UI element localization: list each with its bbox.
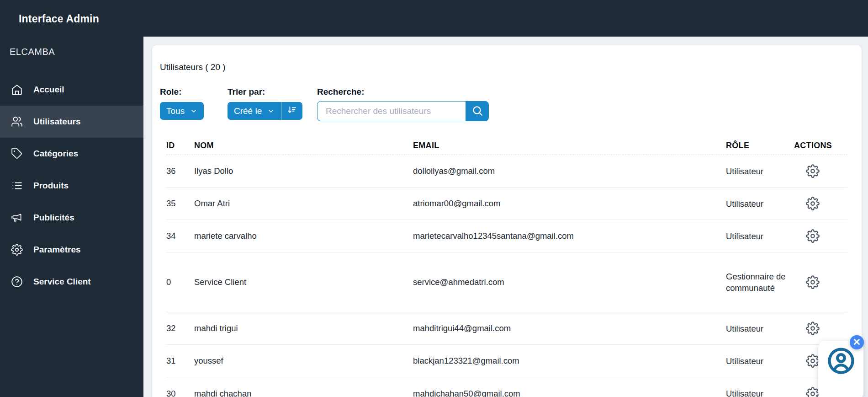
column-header-actions: ACTIONS — [794, 141, 847, 150]
cell-id: 0 — [166, 277, 194, 287]
column-header-email: EMAIL — [413, 141, 726, 150]
cell-email: service@ahmedatri.com — [413, 277, 726, 287]
sidebar-item-label: Accueil — [33, 85, 64, 95]
brand-name: ELCAMBA — [0, 25, 143, 57]
role-dropdown-value: Tous — [166, 106, 185, 116]
tag-icon — [11, 148, 23, 160]
search-label: Recherche: — [317, 87, 489, 97]
table-row: 30 mahdi chachan mahdichahan50@gmail.com… — [166, 377, 847, 397]
cell-role: Utilisateur — [726, 231, 794, 242]
search-input[interactable] — [317, 101, 466, 121]
cell-role: Gestionnaire de communauté — [726, 271, 794, 294]
cell-id: 30 — [166, 389, 194, 397]
cell-id: 34 — [166, 231, 194, 241]
cell-role: Utilisateur — [726, 198, 794, 209]
users-card: Utilisateurs ( 20 ) Role: Tous Trier par… — [152, 45, 862, 397]
help-icon — [11, 276, 23, 288]
cell-email: marietecarvalho12345santana@gmail.com — [413, 231, 726, 241]
main-content: Utilisateurs ( 20 ) Role: Tous Trier par… — [143, 37, 868, 397]
gear-icon — [806, 322, 820, 335]
cell-name: Service Client — [194, 277, 413, 287]
sidebar-item-produits[interactable]: Produits — [0, 170, 143, 202]
sidebar-item-label: Publicités — [33, 213, 74, 223]
gear-icon — [806, 164, 820, 178]
search-icon — [471, 105, 483, 118]
row-actions-button[interactable] — [806, 164, 820, 178]
cell-name: youssef — [194, 356, 413, 366]
sort-dropdown-value: Créé le — [234, 106, 262, 116]
table-header-row: ID NOM EMAIL RÔLE ACTIONS — [166, 137, 847, 155]
table-row: 32 mahdi trigui mahditrigui44@gmail.com … — [166, 312, 847, 345]
filters-bar: Role: Tous Trier par: Créé le — [160, 87, 854, 121]
app-title: Interface Admin — [0, 0, 143, 25]
sidebar-nav: Accueil Utilisateurs Catégories Produits… — [0, 74, 143, 298]
sidebar-item-label: Paramètres — [33, 245, 81, 255]
cell-name: mahdi chachan — [194, 389, 413, 397]
cell-id: 36 — [166, 166, 194, 176]
cell-id: 31 — [166, 356, 194, 366]
row-actions-button[interactable] — [806, 229, 820, 243]
table-row: 0 Service Client service@ahmedatri.com G… — [166, 252, 847, 312]
sidebar-item-categories[interactable]: Catégories — [0, 138, 143, 170]
sidebar-item-utilisateurs[interactable]: Utilisateurs — [0, 106, 143, 138]
page-title: Utilisateurs ( 20 ) — [160, 62, 854, 72]
role-dropdown[interactable]: Tous — [160, 102, 204, 120]
chevron-down-icon — [267, 107, 275, 115]
gear-icon — [806, 229, 820, 243]
sidebar-item-label: Utilisateurs — [33, 117, 80, 127]
gear-icon — [806, 387, 820, 397]
cell-name: mariete carvalho — [194, 231, 413, 241]
gear-icon — [806, 354, 820, 368]
cell-name: Omar Atri — [194, 198, 413, 209]
gear-icon — [806, 275, 820, 289]
chat-close-button[interactable] — [850, 335, 864, 349]
cell-email: mahdichahan50@gmail.com — [413, 389, 726, 397]
table-row: 34 mariete carvalho marietecarvalho12345… — [166, 220, 847, 252]
cell-email: blackjan123321@gmail.com — [413, 356, 726, 366]
cell-email: dolloilyas@gmail.com — [413, 166, 726, 176]
list-icon — [11, 180, 23, 192]
column-header-nom: NOM — [194, 141, 413, 150]
column-header-id: ID — [166, 141, 194, 150]
sidebar-item-label: Catégories — [33, 149, 78, 159]
cell-id: 35 — [166, 198, 194, 209]
cell-name: mahdi trigui — [194, 323, 413, 333]
sidebar-item-label: Produits — [33, 181, 69, 191]
gear-icon — [11, 244, 23, 256]
table-row: 31 youssef blackjan123321@gmail.com Util… — [166, 345, 847, 377]
row-actions-button[interactable] — [806, 322, 820, 335]
sidebar-item-accueil[interactable]: Accueil — [0, 74, 143, 106]
role-filter-label: Role: — [160, 87, 228, 97]
row-actions-button[interactable] — [806, 197, 820, 210]
sort-dropdown[interactable]: Créé le — [228, 102, 281, 120]
cell-name: Ilyas Dollo — [194, 166, 413, 176]
cell-role: Utilisateur — [726, 323, 794, 334]
row-actions-button[interactable] — [806, 387, 820, 397]
users-table: ID NOM EMAIL RÔLE ACTIONS 36 Ilyas Dollo… — [166, 137, 847, 397]
sidebar-item-service-client[interactable]: Service Client — [0, 266, 143, 298]
megaphone-icon — [11, 212, 23, 224]
column-header-role: RÔLE — [726, 141, 794, 150]
table-row: 36 Ilyas Dollo dolloilyas@gmail.com Util… — [166, 155, 847, 188]
person-circle-icon — [827, 347, 855, 397]
sidebar-item-publicites[interactable]: Publicités — [0, 202, 143, 234]
users-icon — [11, 116, 23, 128]
search-button[interactable] — [466, 101, 489, 121]
home-icon — [11, 84, 23, 96]
chevron-down-icon — [190, 107, 197, 115]
sidebar-item-label: Service Client — [33, 277, 91, 287]
cell-email: atriomar00@gmail.com — [413, 198, 726, 209]
row-actions-button[interactable] — [806, 354, 820, 368]
sort-descending-icon — [287, 105, 297, 117]
cell-role: Utilisateur — [726, 388, 794, 397]
gear-icon — [806, 197, 820, 210]
sidebar-item-parametres[interactable]: Paramètres — [0, 234, 143, 266]
table-body: 36 Ilyas Dollo dolloilyas@gmail.com Util… — [166, 155, 847, 397]
cell-role: Utilisateur — [726, 355, 794, 367]
row-actions-button[interactable] — [806, 275, 820, 289]
close-icon — [853, 338, 860, 347]
cell-email: mahditrigui44@gmail.com — [413, 323, 726, 333]
table-row: 35 Omar Atri atriomar00@gmail.com Utilis… — [166, 188, 847, 220]
sort-direction-button[interactable] — [281, 102, 302, 120]
cell-role: Utilisateur — [726, 166, 794, 177]
